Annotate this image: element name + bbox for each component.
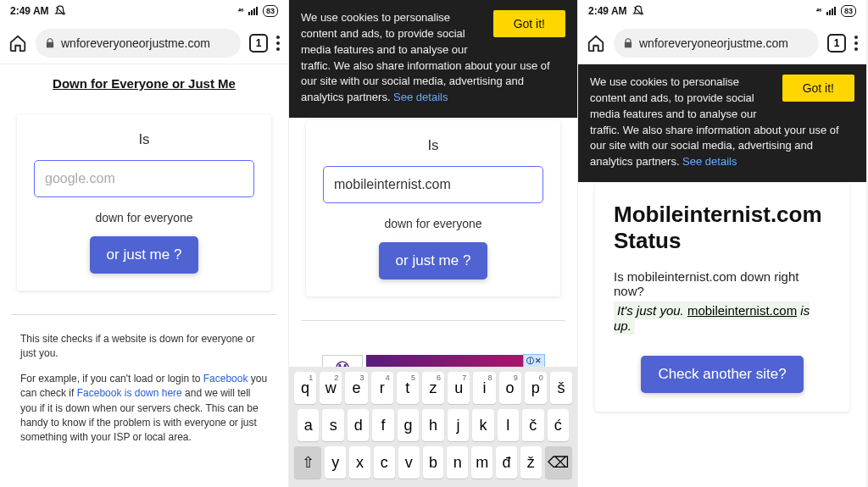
cookie-accept-button[interactable]: Got it!	[493, 10, 565, 37]
cookie-details-link[interactable]: See details	[393, 91, 448, 103]
dnd-icon	[632, 5, 644, 17]
result-domain-link[interactable]: mobileinternist.com	[687, 303, 797, 318]
volte-icon: ⁴⁶	[238, 8, 243, 15]
explain-p2: For example, if you can't load or login …	[20, 372, 268, 445]
check-button[interactable]: or just me ?	[379, 242, 488, 279]
soft-keyboard: q1w2e3r4t5z6u7i8o9p0š asdfghjklčć ⇧yxcvb…	[289, 367, 577, 487]
battery-icon: 83	[263, 5, 278, 17]
status-bar: 2:49 AM ⁴⁶ 83	[578, 0, 866, 22]
is-label: Is	[323, 137, 543, 154]
status-time: 2:49 AM	[10, 5, 49, 17]
key-s[interactable]: s	[322, 409, 343, 441]
dnd-icon	[54, 5, 66, 17]
url-text: wnforeveryoneorjustme.com	[639, 36, 788, 50]
key-m[interactable]: m	[471, 446, 492, 479]
lock-icon	[622, 37, 634, 49]
cookie-banner: Got it! We use cookies to personalise co…	[289, 0, 577, 118]
tab-switcher[interactable]: 1	[249, 34, 268, 53]
check-another-button[interactable]: Check another site?	[641, 356, 803, 393]
signal-icon	[248, 7, 258, 15]
browser-toolbar: wnforeveryoneorjustme.com 1	[578, 22, 866, 64]
key-š[interactable]: š	[550, 372, 572, 404]
explain-text: This site checks if a website is down fo…	[12, 332, 276, 445]
key-č[interactable]: č	[522, 409, 543, 441]
key-t[interactable]: t5	[397, 372, 419, 404]
volte-icon: ⁴⁶	[816, 8, 821, 15]
key-e[interactable]: e3	[345, 372, 367, 404]
lock-icon	[44, 37, 56, 49]
divider	[301, 320, 565, 321]
result-heading: Mobileinternist.com Status	[614, 202, 831, 254]
tab-switcher[interactable]: 1	[827, 34, 846, 53]
key-p[interactable]: p0	[525, 372, 547, 404]
key-⌫[interactable]: ⌫	[545, 446, 572, 479]
key-o[interactable]: o9	[499, 372, 521, 404]
check-card: Is down for everyone or just me ?	[306, 120, 560, 296]
domain-input[interactable]	[323, 166, 543, 203]
status-bar: 2:49 AM ⁴⁶ 83	[0, 0, 288, 22]
key-đ[interactable]: đ	[496, 446, 517, 479]
status-time: 2:49 AM	[588, 5, 627, 17]
result-answer: It's just you. mobileinternist.com is up…	[614, 302, 810, 335]
key-f[interactable]: f	[372, 409, 393, 441]
key-x[interactable]: x	[349, 446, 370, 479]
explain-p1: This site checks if a website is down fo…	[20, 332, 268, 362]
url-bar[interactable]: wnforeveryoneorjustme.com	[36, 29, 241, 58]
result-card: Mobileinternist.com Status Is mobileinte…	[595, 183, 849, 412]
check-card: Is down for everyone or just me ?	[17, 114, 271, 291]
cookie-details-link[interactable]: See details	[682, 155, 737, 168]
below-input-label: down for everyone	[323, 217, 543, 230]
signal-icon	[826, 7, 836, 15]
page-title[interactable]: Down for Everyone or Just Me	[12, 76, 276, 91]
key-n[interactable]: n	[447, 446, 468, 479]
cookie-accept-button[interactable]: Got it!	[782, 75, 854, 102]
key-l[interactable]: l	[498, 409, 519, 441]
facebook-link[interactable]: Facebook	[203, 373, 248, 385]
key-h[interactable]: h	[422, 409, 443, 441]
key-k[interactable]: k	[472, 409, 493, 441]
key-v[interactable]: v	[398, 446, 420, 479]
key-ć[interactable]: ć	[548, 409, 569, 441]
key-a[interactable]: a	[298, 409, 319, 441]
menu-icon[interactable]	[854, 36, 858, 51]
divider	[12, 314, 276, 315]
key-b[interactable]: b	[423, 446, 444, 479]
key-u[interactable]: u7	[448, 372, 470, 404]
facebook-down-link[interactable]: Facebook is down here	[77, 387, 182, 399]
is-label: Is	[34, 131, 254, 148]
key-d[interactable]: d	[348, 409, 369, 441]
key-ž[interactable]: ž	[520, 446, 542, 479]
check-button[interactable]: or just me ?	[90, 236, 199, 274]
key-⇧[interactable]: ⇧	[294, 446, 321, 479]
result-question: Is mobileinternist.com down right now?	[614, 269, 831, 298]
key-z[interactable]: z6	[422, 372, 444, 404]
home-icon[interactable]	[8, 34, 27, 53]
url-text: wnforeveryoneorjustme.com	[61, 36, 210, 50]
menu-icon[interactable]	[276, 36, 280, 51]
browser-toolbar: wnforeveryoneorjustme.com 1	[0, 22, 288, 64]
key-c[interactable]: c	[374, 446, 395, 479]
key-w[interactable]: w2	[320, 372, 342, 404]
cookie-banner: Got it! We use cookies to personalise co…	[578, 64, 866, 182]
key-g[interactable]: g	[398, 409, 419, 441]
battery-icon: 83	[841, 5, 856, 17]
key-r[interactable]: r4	[371, 372, 393, 404]
key-j[interactable]: j	[448, 409, 469, 441]
domain-input[interactable]	[34, 160, 254, 197]
key-i[interactable]: i8	[473, 372, 495, 404]
home-icon[interactable]	[587, 34, 605, 53]
url-bar[interactable]: wnforeveryoneorjustme.com	[614, 29, 819, 58]
key-q[interactable]: q1	[294, 372, 316, 404]
below-input-label: down for everyone	[34, 211, 254, 224]
key-y[interactable]: y	[325, 446, 346, 479]
